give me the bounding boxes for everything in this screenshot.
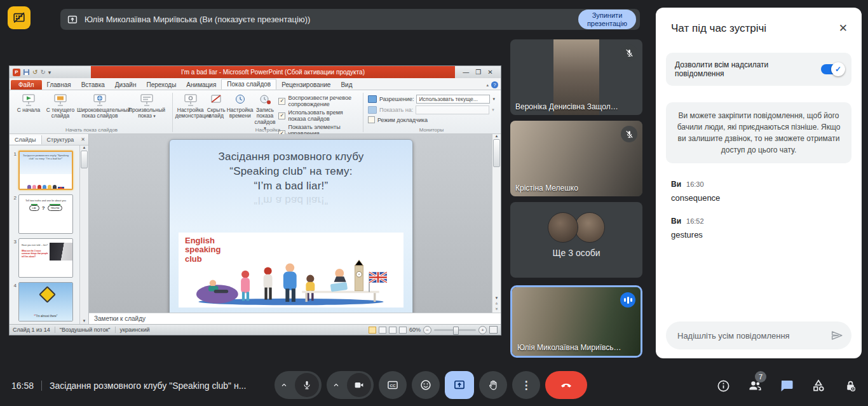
send-icon[interactable] — [830, 328, 844, 342]
panel-tab-outline[interactable]: Структура — [42, 135, 79, 144]
scroll-up-icon[interactable]: ▲ — [83, 145, 86, 149]
participant-tile-more[interactable]: Ще 3 особи — [510, 202, 642, 278]
setup-slideshow-button[interactable]: Настройка демонстрации — [175, 92, 207, 120]
tab-design[interactable]: Дизайн — [110, 80, 142, 90]
presenter-view-checkbox[interactable]: Режим докладчика — [368, 116, 495, 123]
undo-icon[interactable]: ↺ — [32, 69, 37, 76]
participant-tile-self[interactable]: Юлія Миколаївна Мириївсь… — [510, 285, 642, 358]
help-icon[interactable]: ? — [491, 81, 498, 88]
zoom-slider-thumb[interactable] — [453, 327, 459, 335]
restore-icon[interactable]: ❐ — [475, 69, 481, 76]
allow-messages-toggle[interactable]: ✓ — [821, 64, 844, 74]
mic-muted-indicator — [621, 44, 637, 61]
chat-button-active[interactable] — [778, 377, 796, 395]
scroll-down-icon[interactable]: ▼ — [495, 296, 499, 300]
present-icon — [67, 14, 78, 25]
status-language[interactable]: украинский — [120, 327, 150, 333]
camera-button[interactable] — [347, 373, 371, 397]
dropdown-icon: ▾ — [492, 107, 494, 112]
raise-hand-button[interactable] — [479, 371, 507, 399]
mic-options-chevron-icon[interactable] — [275, 381, 294, 389]
canvas-scrollbar[interactable]: ▲ ▼ « « — [492, 134, 501, 313]
fit-to-window-button[interactable] — [489, 326, 498, 334]
slide-thumbnail-4[interactable]: *"I'm almost there" — [18, 282, 73, 321]
captions-button[interactable]: CC — [379, 371, 407, 399]
zoom-in-button[interactable]: + — [478, 326, 487, 334]
participant-tile-1[interactable]: Вероніка Денисівна Защол… — [510, 39, 642, 115]
scrollbar-thumb[interactable] — [81, 151, 88, 168]
hide-slide-button[interactable]: Скрыть слайд — [207, 92, 226, 120]
reactions-button[interactable] — [412, 371, 440, 399]
collapse-ribbon-icon[interactable]: ▴ — [486, 83, 489, 88]
redo-icon[interactable]: ↻ — [40, 69, 45, 76]
minimize-icon[interactable]: — — [463, 69, 469, 76]
tab-slideshow[interactable]: Показ слайдов — [221, 79, 276, 90]
slide-thumbnail-1[interactable]: Засідання розмовного клубу "Speaking clu… — [18, 151, 73, 190]
next-slide-button[interactable]: « — [494, 308, 499, 310]
record-slideshow-button[interactable]: Запись показа слайдов ▾ — [254, 92, 276, 132]
qat-customize-icon[interactable]: ▾ — [48, 69, 51, 76]
tab-home[interactable]: Главная — [42, 80, 76, 90]
slide-thumbnail-3[interactable]: Have you ever told ... lies? What are th… — [18, 238, 73, 278]
stop-presentation-button[interactable]: Зупинити презентацію — [578, 10, 636, 29]
zoom-out-button[interactable]: − — [423, 326, 431, 334]
use-timings-checkbox[interactable]: ✓ Использовать время показа слайдов — [278, 109, 358, 122]
close-window-icon[interactable]: ✕ — [487, 69, 492, 76]
meeting-details-button[interactable] — [714, 377, 732, 395]
slide-sorter-view-icon[interactable] — [379, 327, 386, 334]
slide-slash-icon — [12, 11, 26, 25]
dropdown-icon[interactable]: ▾ — [492, 97, 495, 102]
panel-scrollbar[interactable]: ▲ ▼ — [79, 145, 88, 324]
participant-tile-2[interactable]: Крістіна Мелешко — [510, 121, 642, 196]
allow-messages-card: Дозволити всім надсилати повідомлення ✓ — [666, 53, 851, 86]
chat-panel: Чат під час зустрічі ✕ Дозволити всім на… — [656, 8, 862, 358]
panel-tab-slides[interactable]: Слайды — [10, 135, 42, 144]
scroll-up-icon[interactable]: ▲ — [495, 134, 499, 138]
chat-input[interactable] — [676, 330, 830, 341]
participants-button[interactable]: 7 — [746, 377, 764, 395]
normal-view-icon[interactable] — [369, 327, 376, 334]
ppt-window-controls: — ❐ ✕ — [455, 66, 501, 78]
panel-close-icon[interactable]: ✕ — [81, 137, 88, 142]
ppt-window-title[interactable]: I'm a bad liar - Microsoft PowerPoint (С… — [91, 66, 455, 78]
present-icon — [453, 379, 466, 391]
smiley-icon — [419, 379, 432, 391]
ppt-slide-canvas: Засідання розмовного клубу “Speaking clu… — [89, 134, 501, 313]
zoom-slider[interactable] — [434, 329, 476, 331]
resolution-select[interactable]: Использовать текуще... — [416, 95, 490, 104]
slideshow-view-icon[interactable] — [399, 327, 407, 334]
close-chat-icon[interactable]: ✕ — [835, 20, 851, 36]
ppt-notes-area[interactable]: Заметки к слайду — [89, 313, 501, 324]
broadcast-slideshow-button[interactable]: Широковещательный показ слайдов — [76, 92, 123, 120]
camera-button-group[interactable] — [327, 371, 374, 399]
tab-animations[interactable]: Анимация — [181, 80, 221, 90]
tab-view[interactable]: Вид — [336, 80, 357, 90]
more-options-button[interactable]: ⋮ — [512, 371, 540, 399]
previous-slide-button[interactable]: « — [494, 302, 499, 304]
reading-view-icon[interactable] — [389, 327, 397, 334]
pin-info-notice: Ви можете закріпити повідомлення, щоб йо… — [666, 102, 851, 163]
play-narrations-checkbox[interactable]: ✓ Воспроизвести речевое сопровождение — [278, 95, 358, 107]
activities-button[interactable] — [810, 377, 827, 395]
rehearse-timings-button[interactable]: Настройка времени — [226, 92, 254, 120]
leave-call-button[interactable] — [545, 371, 587, 399]
mic-button[interactable] — [295, 373, 319, 397]
tab-file[interactable]: Файл — [11, 80, 42, 90]
present-button-active[interactable] — [445, 371, 474, 399]
slide-thumbnail-2[interactable]: Tell two truths and one lie about you LI… — [18, 194, 73, 234]
slide-thumb-row: 1 Засідання розмовного клубу "Speaking c… — [11, 151, 78, 190]
tab-review[interactable]: Рецензирование — [276, 80, 336, 90]
camera-options-chevron-icon[interactable] — [327, 381, 346, 389]
scrollbar-thumb[interactable] — [493, 139, 500, 167]
presentation-hidden-icon[interactable] — [8, 6, 31, 29]
save-icon[interactable] — [23, 69, 30, 76]
current-slide[interactable]: Засідання розмовного клубу “Speaking clu… — [169, 139, 413, 313]
tab-transitions[interactable]: Переходы — [141, 80, 181, 90]
mic-button-group[interactable] — [275, 371, 322, 399]
scroll-down-icon[interactable]: ▼ — [83, 319, 86, 324]
from-beginning-button[interactable]: С начала — [13, 92, 44, 114]
custom-slideshow-button[interactable]: Произвольный показ ▾ — [123, 92, 170, 120]
from-current-slide-button[interactable]: С текущего слайда — [44, 92, 76, 120]
host-controls-button[interactable] — [841, 377, 859, 395]
tab-insert[interactable]: Вставка — [76, 80, 110, 90]
